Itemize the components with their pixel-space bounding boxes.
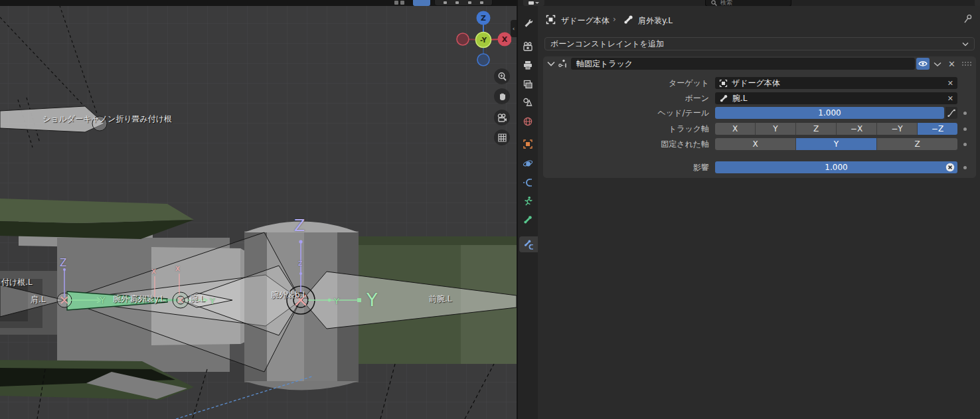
pin-icon[interactable] xyxy=(963,14,973,24)
target-clear-icon[interactable]: ✕ xyxy=(947,79,953,88)
3d-viewport[interactable]: ショルダーキャノン折り畳み付け根付け根.L肩.L腕外装a.L肩外装y.L腕.L腕… xyxy=(0,0,517,419)
tab-bone-constraint[interactable] xyxy=(519,236,538,252)
object-icon xyxy=(546,15,556,25)
physics-icon xyxy=(523,158,533,169)
tab-constraints[interactable] xyxy=(520,175,536,191)
panel-expand-chevron-icon[interactable] xyxy=(547,61,555,67)
add-constraint-label: ボーンコンストレイントを追加 xyxy=(550,39,962,50)
head-tail-label: ヘッド/テール xyxy=(543,107,709,119)
tab-render[interactable] xyxy=(520,39,536,54)
influence-label: 影響 xyxy=(543,161,709,173)
locked-axis-segments: XYZ xyxy=(715,138,957,150)
pan-hand-icon xyxy=(497,92,507,102)
constraint-extras-chevron-icon[interactable] xyxy=(934,62,941,67)
snap-toggle-button[interactable] xyxy=(413,0,430,6)
target-label: ターゲット xyxy=(543,77,709,89)
editor-type-button[interactable] xyxy=(523,0,544,6)
influence-decorator[interactable] xyxy=(963,166,967,169)
chevron-down-icon xyxy=(962,42,969,46)
properties-editor: 検索 xyxy=(518,0,980,419)
blender-window: ショルダーキャノン折り畳み付け根付け根.L肩.L腕外装a.L肩外装y.L腕.L腕… xyxy=(0,0,980,419)
bone-field[interactable]: 腕.L ✕ xyxy=(715,92,957,104)
locked-axis-option[interactable]: X xyxy=(715,138,796,150)
scene-icon xyxy=(523,97,533,108)
target-field[interactable]: ザドーグ本体 ✕ xyxy=(715,77,957,89)
constraints-icon xyxy=(523,177,533,188)
bone-icon xyxy=(523,214,533,225)
constraint-panel: 軸固定トラック ✕ ターゲット ザドーグ本体 ✕ ボーン xyxy=(543,56,976,178)
zoom-button[interactable] xyxy=(494,68,510,84)
view-layer-icon xyxy=(523,79,533,90)
viewport-scene xyxy=(0,0,517,419)
influence-value: 1.000 xyxy=(825,163,847,172)
grid-ortho-icon xyxy=(497,133,507,143)
track-axis-label: トラック軸 xyxy=(543,123,709,135)
tab-world[interactable] xyxy=(520,114,536,129)
constraint-type-icon xyxy=(558,58,568,69)
add-bone-constraint-button[interactable]: ボーンコンストレイントを追加 xyxy=(544,37,975,50)
sidebar-toggle[interactable]: ‹ xyxy=(511,20,517,37)
constraint-enable-toggle[interactable] xyxy=(916,58,930,70)
tab-object-data[interactable] xyxy=(520,193,536,209)
target-value: ザドーグ本体 xyxy=(732,78,943,89)
head-tail-decorator[interactable] xyxy=(963,112,967,115)
search-placeholder: 検索 xyxy=(720,0,732,6)
object-icon xyxy=(523,139,533,149)
locked-axis-option[interactable]: Y xyxy=(796,138,877,150)
tab-tool[interactable] xyxy=(520,15,536,31)
pan-button[interactable] xyxy=(494,88,510,104)
track-axis-decorator[interactable] xyxy=(963,127,967,131)
locked-axis-option[interactable]: Z xyxy=(877,138,957,150)
track-axis-option[interactable]: X xyxy=(715,123,756,135)
object-icon xyxy=(719,79,728,88)
track-axis-option[interactable]: Y xyxy=(756,123,796,135)
breadcrumb-object[interactable]: ザドーグ本体 xyxy=(561,15,610,27)
breadcrumb-bone[interactable]: 肩外装y.L xyxy=(638,15,673,27)
tab-physics[interactable] xyxy=(520,155,536,171)
locked-axis-label: 固定された軸 xyxy=(543,138,709,150)
bone-clear-icon[interactable]: ✕ xyxy=(947,94,953,103)
camera-view-button[interactable] xyxy=(494,110,510,126)
track-axis-option[interactable]: −X xyxy=(837,123,877,135)
constraint-delete-button[interactable]: ✕ xyxy=(948,59,955,69)
bone-value: 腕.L xyxy=(732,93,943,104)
locked-axis-decorator[interactable] xyxy=(963,143,967,146)
drag-handle[interactable] xyxy=(961,60,973,68)
tab-bone[interactable] xyxy=(520,212,536,228)
gizmo-x-label: X xyxy=(502,35,508,44)
tab-output[interactable] xyxy=(520,57,536,73)
tool-icon xyxy=(523,18,533,29)
properties-content: ザドーグ本体 › 肩外装y.L ボーンコンストレイントを追加 軸固定トラック xyxy=(538,6,980,419)
head-tail-slider[interactable]: 1.000 xyxy=(715,107,944,119)
constraint-name: 軸固定トラック xyxy=(576,58,633,70)
properties-tabstrip xyxy=(518,6,538,419)
gizmo-neg-z-axis[interactable] xyxy=(477,54,489,66)
navigation-gizmo[interactable]: Z X -Y xyxy=(455,8,511,66)
gizmo-z-label: Z xyxy=(481,14,486,23)
viewport-header-icons[interactable] xyxy=(434,0,493,6)
output-icon xyxy=(523,60,533,70)
ortho-grid-button[interactable] xyxy=(494,129,510,145)
bone-label: ボーン xyxy=(543,92,709,104)
armature-data-icon xyxy=(523,196,533,207)
zoom-icon xyxy=(497,72,507,82)
use-bbone-curve-button[interactable] xyxy=(945,107,957,119)
tab-object[interactable] xyxy=(520,136,536,152)
clear-keyframe-icon[interactable] xyxy=(945,163,955,172)
eye-icon xyxy=(918,60,928,68)
tab-view-layer[interactable] xyxy=(520,76,536,92)
track-axis-option[interactable]: −Z xyxy=(918,123,957,135)
transform-pivot-icon[interactable] xyxy=(394,1,404,5)
gizmo-neg-x-axis[interactable] xyxy=(457,33,469,45)
bone-icon xyxy=(719,94,728,103)
properties-header: 検索 xyxy=(518,0,980,6)
camera-view-icon xyxy=(497,113,507,123)
bone-icon xyxy=(623,14,634,25)
track-axis-option[interactable]: −Y xyxy=(877,123,918,135)
track-axis-option[interactable]: Z xyxy=(796,123,837,135)
influence-slider[interactable]: 1.000 xyxy=(715,161,957,173)
track-axis-segments: XYZ−X−Y−Z xyxy=(715,123,957,135)
constraint-name-input[interactable]: 軸固定トラック xyxy=(571,58,915,70)
tab-scene[interactable] xyxy=(520,94,536,110)
breadcrumb-separator: › xyxy=(613,15,616,24)
